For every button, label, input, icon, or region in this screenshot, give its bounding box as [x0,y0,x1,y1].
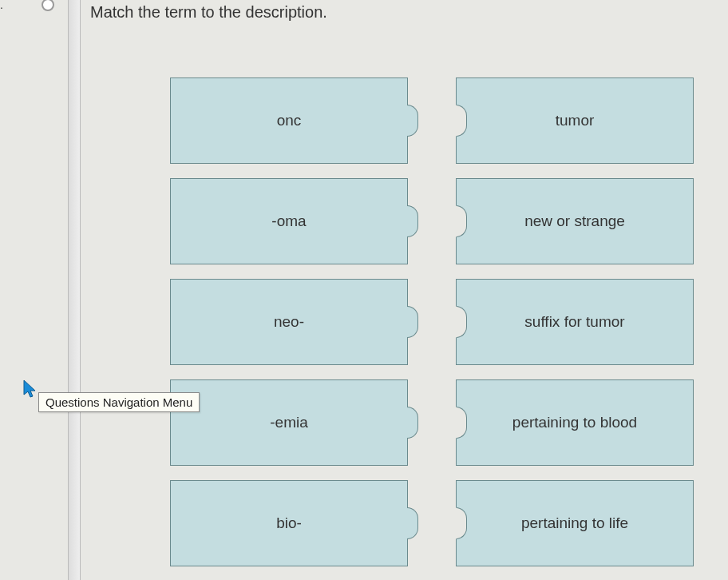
tooltip-label: Questions Navigation Menu [46,395,192,409]
description-item[interactable]: pertaining to life [456,480,694,566]
term-label: onc [277,112,302,129]
term-label: bio- [276,514,302,532]
match-grid: onc -oma neo- -emia bio- [90,38,721,566]
description-item[interactable]: tumor [456,77,694,164]
puzzle-tab-icon [407,407,418,439]
term-label: -emia [270,414,308,431]
puzzle-tab-icon [407,507,418,539]
description-label: pertaining to blood [512,414,637,431]
puzzle-notch-icon [456,306,467,338]
term-item[interactable]: bio- [170,480,408,566]
question-number-dot: . [0,0,3,11]
description-label: suffix for tumor [524,313,624,331]
question-prompt: Match the term to the description. [90,0,721,38]
description-item[interactable]: suffix for tumor [456,279,694,365]
descriptions-column: tumor new or strange suffix for tumor pe… [456,77,694,566]
term-label: -oma [271,213,306,230]
puzzle-notch-icon [456,205,467,237]
question-content: Match the term to the description. onc -… [90,0,721,566]
description-label: pertaining to life [521,514,628,532]
question-number-area: . [0,0,68,14]
term-item[interactable]: -emia [170,379,408,466]
term-item[interactable]: -oma [170,178,408,264]
description-item[interactable]: pertaining to blood [456,379,694,466]
term-item[interactable]: onc [170,77,408,164]
question-status-indicator [42,0,54,11]
puzzle-tab-icon [407,306,418,338]
puzzle-notch-icon [456,507,467,539]
description-label: new or strange [524,213,625,230]
puzzle-tab-icon [407,205,418,237]
content-wrap: Match the term to the description. onc -… [68,0,728,580]
puzzle-notch-icon [456,407,467,439]
term-item[interactable]: neo- [170,279,408,365]
navigation-menu-tooltip: Questions Navigation Menu [38,392,200,412]
puzzle-tab-icon [407,105,418,137]
puzzle-notch-icon [456,105,467,137]
cursor-arrow-icon [22,379,38,403]
description-item[interactable]: new or strange [456,178,694,264]
vertical-divider [68,0,81,580]
term-label: neo- [274,313,304,331]
description-label: tumor [556,112,595,129]
terms-column: onc -oma neo- -emia bio- [170,77,408,566]
